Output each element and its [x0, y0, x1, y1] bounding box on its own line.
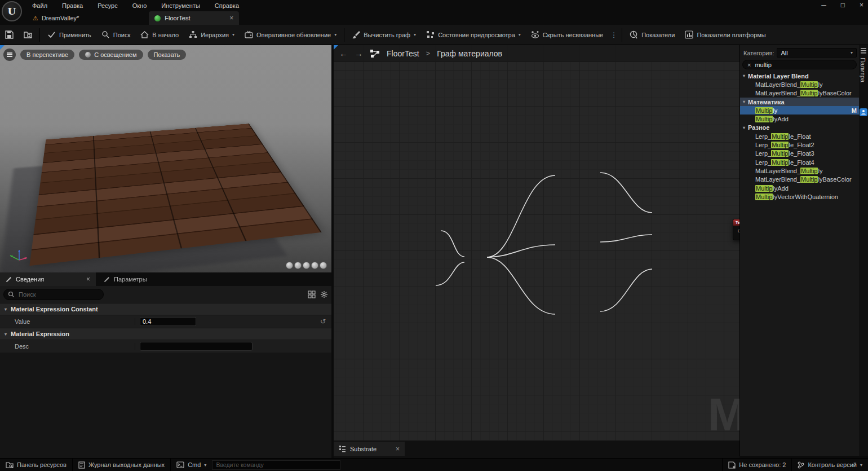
- palette-item[interactable]: MultiplyVectorWithQuaternion: [740, 192, 859, 201]
- menu-help[interactable]: Справка: [207, 0, 246, 11]
- menu-tools[interactable]: Инструменты: [154, 0, 207, 11]
- apply-button[interactable]: Применить: [42, 28, 96, 42]
- revision-control-button[interactable]: Контроль версий ▾: [792, 459, 868, 471]
- lit-mode-button[interactable]: С освещением: [79, 50, 143, 60]
- menu-asset[interactable]: Ресурс: [90, 0, 125, 11]
- palette-item[interactable]: MatLayerBlend_MultiplyBaseColor: [740, 175, 859, 184]
- content-drawer-button[interactable]: Панель ресурсов: [0, 459, 72, 471]
- tab-parameters[interactable]: Параметры: [98, 272, 153, 286]
- palette-item[interactable]: MatLayerBlend_Multiply: [740, 166, 859, 175]
- preview-state-button[interactable]: Состояние предпросмотра ▾: [421, 28, 526, 42]
- substrate-tab-close-icon[interactable]: ×: [396, 445, 400, 453]
- breadcrumb-asset[interactable]: FloorTest: [387, 49, 419, 58]
- search-button[interactable]: Поиск: [96, 28, 135, 42]
- palette-item-selected[interactable]: MultiplyM: [740, 106, 859, 115]
- stats-button[interactable]: Показатели: [625, 28, 680, 42]
- value-input[interactable]: [140, 317, 196, 326]
- palette-category-math[interactable]: ▾Математика: [740, 98, 859, 106]
- output-log-button[interactable]: Журнал выходных данных: [73, 459, 170, 471]
- palette-side-tab[interactable]: Палитра: [860, 58, 866, 82]
- perspective-button[interactable]: В перспективе: [20, 50, 74, 60]
- palette-search-input[interactable]: [755, 61, 839, 68]
- more-options-icon[interactable]: ⋮: [608, 31, 619, 39]
- details-search-input[interactable]: [3, 289, 104, 300]
- browse-asset-button[interactable]: [19, 28, 37, 42]
- save-asterisk-icon: [728, 461, 736, 469]
- palette-item[interactable]: MultiplyAdd: [740, 184, 859, 192]
- menu-file[interactable]: Файл: [25, 0, 55, 11]
- home-label: В начало: [152, 32, 179, 38]
- palette-item[interactable]: Lerp_Multiple_Float4: [740, 158, 859, 166]
- menu-bar: Файл Правка Ресурс Окно Инструменты Спра…: [25, 0, 246, 11]
- palette-item[interactable]: MultiplyAdd: [740, 115, 859, 123]
- chevron-down-icon: ▾: [334, 32, 336, 37]
- preview-cube-button[interactable]: [303, 262, 310, 269]
- palette-item[interactable]: MatLayerBlend_Multiply: [740, 80, 859, 89]
- breadcrumb-page[interactable]: Граф материалов: [437, 49, 502, 58]
- home-icon: [140, 30, 149, 39]
- home-button[interactable]: В начало: [135, 28, 184, 42]
- section-material-expression[interactable]: ▾ Material Expression: [0, 328, 331, 340]
- viewport-menu-button[interactable]: [3, 49, 16, 61]
- palette-item[interactable]: Lerp_Multiple_Float3: [740, 149, 859, 158]
- material-graph-canvas[interactable]: ← → FloorTest > Граф материалов M TexCoo…: [334, 45, 739, 441]
- preview-plane-button[interactable]: [311, 262, 318, 269]
- tab-floortest[interactable]: FloorTest ×: [149, 11, 239, 25]
- node-texcoord[interactable]: TexCoord[0] Coordinate Index 0 ▾: [733, 219, 739, 240]
- section-material-expression-constant[interactable]: ▾ Material Expression Constant: [0, 303, 331, 315]
- unsaved-button[interactable]: Не сохранено: 2: [723, 459, 791, 471]
- menu-edit[interactable]: Правка: [55, 0, 90, 11]
- show-button[interactable]: Показать: [148, 50, 187, 60]
- palette-search-box[interactable]: ×: [742, 60, 857, 69]
- palette-category-misc[interactable]: ▾Разное: [740, 124, 859, 132]
- graph-breadcrumb-bar: ← → FloorTest > Граф материалов: [334, 45, 739, 62]
- tutorial-person-button[interactable]: [860, 108, 867, 116]
- preview-viewport[interactable]: В перспективе С освещением Показать: [0, 45, 331, 272]
- tab-close-icon[interactable]: ×: [229, 14, 233, 22]
- gear-icon[interactable]: [320, 290, 328, 298]
- minimize-button[interactable]: ─: [821, 0, 826, 11]
- preview-shape-buttons: [286, 262, 327, 269]
- tab-project[interactable]: ⚠ DreamValley*: [25, 11, 87, 25]
- palette-item[interactable]: Lerp_Multiple_Float2: [740, 140, 859, 149]
- palette-item[interactable]: Lerp_Multiple_Float: [740, 132, 859, 140]
- hierarchy-button[interactable]: Иерархия ▾: [184, 28, 240, 42]
- tab-details[interactable]: Сведения ×: [0, 272, 96, 286]
- stats-label: Показатели: [641, 32, 675, 38]
- toolbar-separator: [39, 28, 40, 42]
- details-tab-bar: Сведения × Параметры: [0, 272, 331, 286]
- preview-state-label: Состояние предпросмотра: [438, 32, 515, 38]
- coordinate-index-label: Coordinate Index: [738, 229, 739, 233]
- preview-sphere-button[interactable]: [294, 262, 302, 269]
- reset-to-default-icon[interactable]: ↺: [320, 318, 326, 325]
- close-button[interactable]: ×: [860, 0, 863, 11]
- clear-search-icon[interactable]: ×: [747, 61, 751, 68]
- apply-label: Применить: [59, 32, 91, 38]
- save-button[interactable]: [0, 28, 19, 42]
- tab-substrate[interactable]: Substrate ×: [334, 442, 405, 456]
- focus-indicator: [334, 45, 338, 50]
- details-tab-close-icon[interactable]: ×: [86, 275, 90, 283]
- asset-tab-label: FloorTest: [165, 15, 190, 21]
- grid-view-icon[interactable]: [308, 290, 316, 298]
- back-icon[interactable]: ←: [339, 49, 348, 58]
- clean-graph-button[interactable]: Вычистить граф ▾: [347, 28, 421, 42]
- platform-stats-button[interactable]: Показатели платформы: [680, 28, 770, 42]
- category-dropdown[interactable]: All ▾: [777, 48, 857, 58]
- live-update-button[interactable]: Оперативное обновление ▾: [240, 28, 342, 42]
- graph-bottom-tab-strip: Substrate ×: [334, 441, 739, 458]
- forward-icon[interactable]: →: [355, 49, 363, 58]
- preview-custom-mesh-button[interactable]: [320, 262, 327, 269]
- cmd-dropdown[interactable]: Cmd ▾: [171, 459, 212, 471]
- desc-input[interactable]: [140, 342, 253, 351]
- palette-item[interactable]: MatLayerBlend_MultiplyBaseColor: [740, 89, 859, 98]
- palette-category-material-layer-blend[interactable]: ▾Material Layer Blend: [740, 72, 859, 80]
- platform-stats-label: Показатели платформы: [697, 32, 765, 38]
- perspective-label: В перспективе: [26, 51, 68, 58]
- console-command-input[interactable]: [212, 460, 340, 470]
- maximize-button[interactable]: □: [841, 0, 845, 11]
- preview-cylinder-button[interactable]: [286, 262, 293, 269]
- toolbar-separator: [622, 28, 622, 42]
- hide-unrelated-button[interactable]: Скрыть несвязанные: [526, 28, 608, 42]
- menu-window[interactable]: Окно: [125, 0, 154, 11]
